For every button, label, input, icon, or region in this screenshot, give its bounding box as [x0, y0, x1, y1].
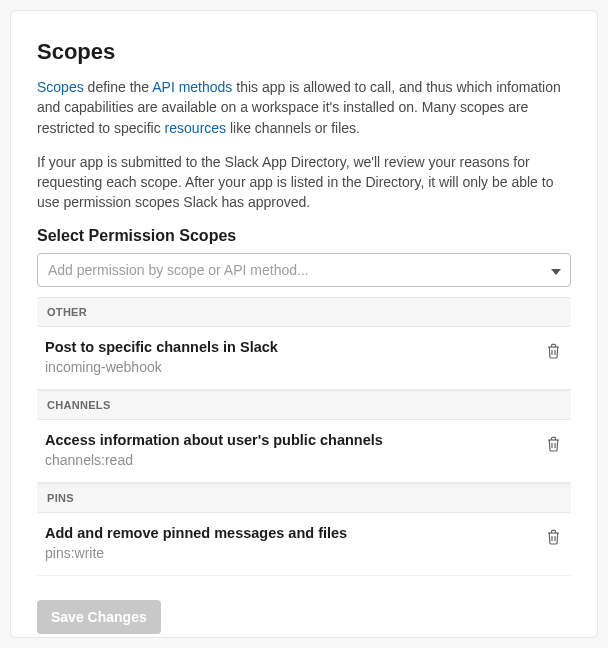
api-methods-link[interactable]: API methods — [152, 79, 232, 95]
scope-row: Access information about user's public c… — [37, 420, 571, 483]
scope-text: Add and remove pinned messages and files… — [45, 525, 347, 561]
delete-scope-button[interactable] — [544, 434, 563, 457]
scope-row: Add and remove pinned messages and files… — [37, 513, 571, 576]
scope-slug: pins:write — [45, 545, 347, 561]
intro-paragraph-2: If your app is submitted to the Slack Ap… — [37, 152, 571, 213]
page-title: Scopes — [37, 39, 571, 65]
scope-row: Post to specific channels in Slack incom… — [37, 327, 571, 390]
scope-slug: incoming-webhook — [45, 359, 278, 375]
scope-group-header: PINS — [37, 483, 571, 513]
delete-scope-button[interactable] — [544, 527, 563, 550]
scopes-link[interactable]: Scopes — [37, 79, 84, 95]
trash-icon — [546, 440, 561, 455]
trash-icon — [546, 347, 561, 362]
scope-combobox[interactable] — [37, 253, 571, 287]
scope-slug: channels:read — [45, 452, 383, 468]
trash-icon — [546, 533, 561, 548]
scopes-card: Scopes Scopes define the API methods thi… — [10, 10, 598, 638]
scope-title: Post to specific channels in Slack — [45, 339, 278, 355]
intro-text: define the — [84, 79, 153, 95]
scope-input[interactable] — [37, 253, 571, 287]
save-changes-button[interactable]: Save Changes — [37, 600, 161, 634]
scope-title: Add and remove pinned messages and files — [45, 525, 347, 541]
scope-text: Access information about user's public c… — [45, 432, 383, 468]
scope-group-header: OTHER — [37, 297, 571, 327]
intro-text: like channels or files. — [226, 120, 360, 136]
scope-text: Post to specific channels in Slack incom… — [45, 339, 278, 375]
resources-link[interactable]: resources — [165, 120, 226, 136]
scope-title: Access information about user's public c… — [45, 432, 383, 448]
scope-group-header: CHANNELS — [37, 390, 571, 420]
delete-scope-button[interactable] — [544, 341, 563, 364]
intro-paragraph-1: Scopes define the API methods this app i… — [37, 77, 571, 138]
select-scopes-heading: Select Permission Scopes — [37, 227, 571, 245]
